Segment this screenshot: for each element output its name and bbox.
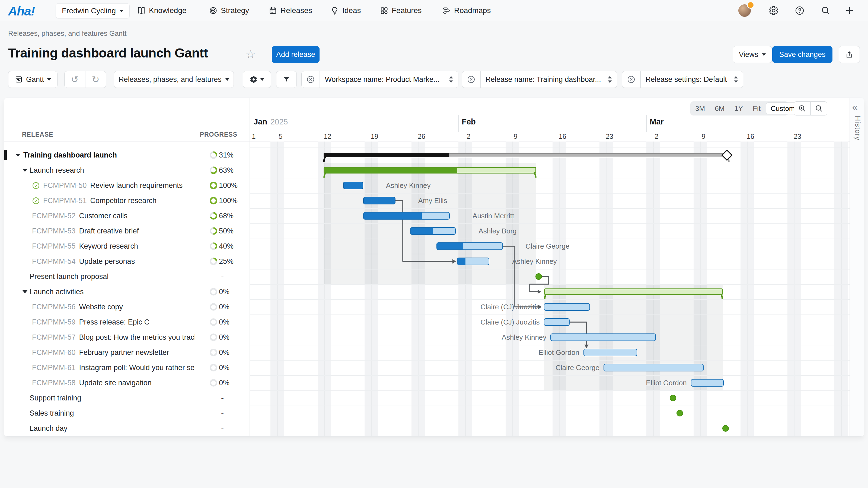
progress-empty: - — [221, 390, 224, 405]
expand-caret[interactable] — [16, 154, 20, 157]
table-row[interactable]: FCMPMM-58Update site navigation0% — [4, 375, 249, 390]
table-row[interactable]: Present launch proposal- — [4, 269, 249, 284]
progress-value: 0% — [219, 360, 229, 375]
help-button[interactable] — [795, 5, 805, 16]
table-row[interactable]: FCMPMM-55Keyword research40% — [4, 238, 249, 254]
workspace-name: Fredwin Cycling — [62, 6, 116, 15]
expand-caret[interactable] — [23, 290, 27, 293]
table-row[interactable]: FCMPMM-61Instagram poll: Would you rathe… — [4, 360, 249, 375]
remove-filter-icon[interactable] — [622, 75, 640, 84]
table-row[interactable]: Launch activities0% — [4, 284, 249, 299]
milestone-dot[interactable] — [670, 395, 676, 401]
feature-id: FCMPMM-57 — [32, 333, 76, 341]
progress-value: 25% — [219, 254, 234, 269]
settings-dropdown[interactable] — [243, 71, 271, 88]
share-icon — [845, 50, 854, 59]
nav-item-ideas[interactable]: Ideas — [330, 0, 361, 21]
feature-bar[interactable] — [584, 349, 637, 356]
feature-bar[interactable] — [603, 364, 704, 371]
search-button[interactable] — [820, 5, 831, 16]
feature-name: Instagram poll: Would you rather series — [79, 364, 195, 372]
preset-fit[interactable]: Fit — [748, 104, 766, 113]
breadcrumb: Releases, phases, and features Gantt — [8, 29, 127, 38]
table-row[interactable]: FCMPMM-53Draft creative brief50% — [4, 223, 249, 238]
feature-bar[interactable] — [363, 212, 450, 220]
milestone-dot[interactable] — [535, 273, 542, 280]
preset-6m[interactable]: 6M — [710, 104, 730, 113]
bar-tail — [533, 172, 536, 178]
table-row[interactable]: Sales training- — [4, 405, 249, 421]
table-row[interactable]: Support training- — [4, 390, 249, 405]
phase-bar[interactable] — [323, 167, 536, 173]
preset-1y[interactable]: 1Y — [730, 104, 748, 113]
filter-button[interactable] — [276, 71, 297, 88]
table-row[interactable]: Training dashboard launch31% — [4, 148, 249, 163]
history-tab[interactable]: History — [854, 116, 862, 140]
expand-caret[interactable] — [23, 169, 27, 172]
assignee-label: Austin Merritt — [472, 212, 514, 220]
chevron-down-icon — [120, 10, 123, 12]
ideas-icon — [330, 6, 339, 15]
feature-bar[interactable] — [691, 379, 724, 387]
feature-bar[interactable] — [544, 303, 590, 311]
sort-arrows-icon — [733, 75, 739, 84]
top-navigation: Aha! Fredwin Cycling Knowledge Strategy … — [0, 0, 868, 21]
feature-bar[interactable] — [550, 333, 656, 341]
progress-value: 0% — [219, 315, 229, 330]
nav-item-roadmaps[interactable]: Roadmaps — [442, 0, 491, 21]
zoom-out-button[interactable] — [811, 102, 827, 115]
progress-value: 50% — [219, 223, 234, 238]
table-row[interactable]: FCMPMM-50Review launch requirements100% — [4, 178, 249, 193]
table-row[interactable]: Launch day- — [4, 421, 249, 436]
table-row[interactable]: FCMPMM-59Press release: Epic C0% — [4, 315, 249, 330]
table-row[interactable]: FCMPMM-60February partner newsletter0% — [4, 345, 249, 360]
feature-bar[interactable] — [544, 318, 569, 326]
feature-bar[interactable] — [343, 182, 363, 189]
filter-pill-release-settings[interactable]: Release settings: Default — [622, 71, 743, 88]
nav-item-strategy[interactable]: Strategy — [209, 0, 249, 21]
add-release-button[interactable]: Add release — [272, 46, 319, 63]
milestone-dot[interactable] — [677, 410, 683, 416]
collapse-chevrons-icon[interactable]: « — [852, 101, 858, 113]
share-button[interactable] — [839, 46, 860, 63]
table-row[interactable]: Launch research63% — [4, 163, 249, 178]
gantt-icon — [14, 75, 23, 84]
redo-button[interactable]: ↻ — [86, 74, 106, 85]
feature-bar[interactable] — [457, 258, 489, 265]
views-button[interactable]: Views — [733, 46, 772, 63]
table-row[interactable]: FCMPMM-57Blog post: How the metrics you … — [4, 330, 249, 345]
nav-item-releases[interactable]: Releases — [269, 0, 312, 21]
grouping-dropdown[interactable]: Releases, phases, and features — [114, 71, 234, 88]
filter-pill-workspace[interactable]: Workspace name: Product Marke... — [301, 71, 458, 88]
feature-name: Website copy — [79, 303, 123, 311]
feature-bar-fill — [364, 213, 422, 219]
feature-bar[interactable] — [410, 227, 456, 235]
progress-donut — [210, 227, 217, 235]
table-row[interactable]: FCMPMM-52Customer calls68% — [4, 208, 249, 223]
feature-name: Press release: Epic C — [79, 318, 150, 326]
view-type-dropdown[interactable]: Gantt — [8, 71, 58, 88]
filter-pill-release-name[interactable]: Release name: Training dashboar... — [462, 71, 617, 88]
nav-item-knowledge[interactable]: Knowledge — [137, 0, 187, 21]
settings-button[interactable] — [769, 5, 779, 16]
feature-bar[interactable] — [436, 242, 503, 250]
undo-button[interactable]: ↺ — [65, 74, 85, 85]
add-button[interactable] — [844, 5, 855, 16]
save-changes-button[interactable]: Save changes — [772, 46, 833, 63]
nav-item-features[interactable]: Features — [380, 0, 422, 21]
favorite-star-icon[interactable]: ☆ — [246, 48, 256, 61]
zoom-in-button[interactable] — [794, 102, 810, 115]
table-row[interactable]: FCMPMM-56Website copy0% — [4, 299, 249, 315]
table-row[interactable]: FCMPMM-54Update personas25% — [4, 254, 249, 269]
aha-logo[interactable]: Aha! — [8, 4, 35, 19]
remove-filter-icon[interactable] — [462, 75, 480, 84]
preset-3m[interactable]: 3M — [690, 104, 710, 113]
release-bar[interactable] — [323, 153, 727, 157]
table-row[interactable]: FCMPMM-51Competitor research100% — [4, 193, 249, 208]
workspace-switcher[interactable]: Fredwin Cycling — [56, 3, 130, 19]
feature-bar[interactable] — [363, 197, 396, 204]
remove-filter-icon[interactable] — [302, 75, 319, 84]
zoom-in-icon — [798, 104, 806, 112]
phase-bar[interactable] — [544, 289, 723, 295]
feature-id: FCMPMM-54 — [32, 257, 76, 266]
